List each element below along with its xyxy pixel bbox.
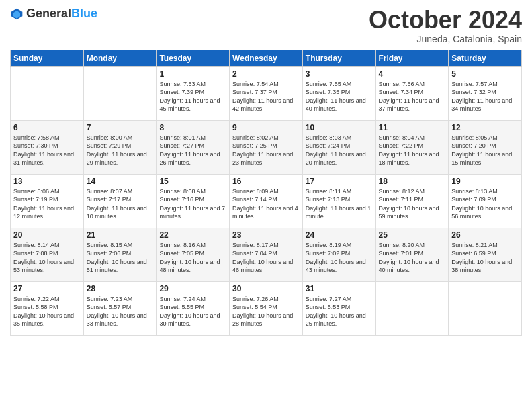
- day-info: Sunrise: 8:01 AM Sunset: 7:27 PM Dayligh…: [159, 134, 226, 167]
- calendar-week-row: 20Sunrise: 8:14 AM Sunset: 7:08 PM Dayli…: [11, 228, 522, 281]
- calendar-cell: 18Sunrise: 8:12 AM Sunset: 7:11 PM Dayli…: [375, 174, 449, 228]
- calendar-cell: 1Sunrise: 7:53 AM Sunset: 7:39 PM Daylig…: [157, 66, 230, 120]
- calendar-cell: 10Sunrise: 8:03 AM Sunset: 7:24 PM Dayli…: [302, 120, 375, 174]
- logo-general: General: [26, 7, 71, 20]
- month-title: October 2024: [369, 7, 522, 34]
- day-info: Sunrise: 8:19 AM Sunset: 7:02 PM Dayligh…: [306, 241, 373, 275]
- col-wednesday: Wednesday: [230, 50, 303, 66]
- day-info: Sunrise: 8:20 AM Sunset: 7:01 PM Dayligh…: [379, 241, 446, 275]
- calendar-cell: 20Sunrise: 8:14 AM Sunset: 7:08 PM Dayli…: [11, 228, 84, 281]
- day-number: 19: [451, 177, 519, 186]
- day-number: 18: [379, 177, 446, 186]
- day-number: 29: [159, 284, 226, 293]
- day-number: 28: [87, 284, 154, 293]
- title-block: October 2024 Juneda, Catalonia, Spain: [369, 7, 522, 44]
- day-info: Sunrise: 8:15 AM Sunset: 7:06 PM Dayligh…: [87, 241, 154, 275]
- calendar-cell: [11, 66, 84, 120]
- day-info: Sunrise: 7:22 AM Sunset: 5:58 PM Dayligh…: [13, 295, 81, 328]
- day-info: Sunrise: 8:21 AM Sunset: 6:59 PM Dayligh…: [451, 241, 519, 275]
- calendar-week-row: 6Sunrise: 7:58 AM Sunset: 7:30 PM Daylig…: [11, 120, 522, 174]
- calendar-week-row: 1Sunrise: 7:53 AM Sunset: 7:39 PM Daylig…: [11, 66, 522, 120]
- col-sunday: Sunday: [11, 50, 84, 66]
- calendar-cell: 6Sunrise: 7:58 AM Sunset: 7:30 PM Daylig…: [11, 120, 84, 174]
- page: GeneralBlue October 2024 Juneda, Catalon…: [0, 0, 532, 411]
- day-info: Sunrise: 7:55 AM Sunset: 7:35 PM Dayligh…: [306, 80, 373, 113]
- calendar-cell: 28Sunrise: 7:23 AM Sunset: 5:57 PM Dayli…: [83, 281, 157, 335]
- calendar-cell: 7Sunrise: 8:00 AM Sunset: 7:29 PM Daylig…: [83, 120, 157, 174]
- day-number: 24: [306, 230, 373, 240]
- day-info: Sunrise: 7:57 AM Sunset: 7:32 PM Dayligh…: [451, 80, 519, 113]
- day-number: 1: [159, 69, 226, 79]
- day-number: 6: [13, 123, 81, 132]
- day-info: Sunrise: 8:00 AM Sunset: 7:29 PM Dayligh…: [87, 134, 154, 167]
- calendar-cell: 2Sunrise: 7:54 AM Sunset: 7:37 PM Daylig…: [230, 66, 303, 120]
- calendar-table: Sunday Monday Tuesday Wednesday Thursday…: [10, 50, 522, 336]
- logo: GeneralBlue: [10, 7, 97, 21]
- day-info: Sunrise: 7:53 AM Sunset: 7:39 PM Dayligh…: [159, 80, 226, 113]
- calendar-cell: 12Sunrise: 8:05 AM Sunset: 7:20 PM Dayli…: [449, 120, 522, 174]
- day-info: Sunrise: 7:23 AM Sunset: 5:57 PM Dayligh…: [87, 295, 154, 328]
- day-info: Sunrise: 8:05 AM Sunset: 7:20 PM Dayligh…: [451, 134, 519, 167]
- day-number: 15: [159, 177, 226, 186]
- calendar-cell: 9Sunrise: 8:02 AM Sunset: 7:25 PM Daylig…: [230, 120, 303, 174]
- calendar-cell: [83, 66, 157, 120]
- day-info: Sunrise: 7:54 AM Sunset: 7:37 PM Dayligh…: [232, 80, 300, 113]
- calendar-cell: 8Sunrise: 8:01 AM Sunset: 7:27 PM Daylig…: [157, 120, 230, 174]
- calendar-cell: 16Sunrise: 8:09 AM Sunset: 7:14 PM Dayli…: [230, 174, 303, 228]
- location: Juneda, Catalonia, Spain: [369, 34, 522, 44]
- calendar-cell: 30Sunrise: 7:26 AM Sunset: 5:54 PM Dayli…: [230, 281, 303, 335]
- day-number: 8: [159, 123, 226, 132]
- day-number: 4: [379, 69, 446, 79]
- day-number: 13: [13, 177, 81, 186]
- day-info: Sunrise: 7:26 AM Sunset: 5:54 PM Dayligh…: [232, 295, 300, 328]
- calendar-cell: 21Sunrise: 8:15 AM Sunset: 7:06 PM Dayli…: [83, 228, 157, 281]
- day-info: Sunrise: 7:58 AM Sunset: 7:30 PM Dayligh…: [13, 134, 81, 167]
- calendar-cell: 11Sunrise: 8:04 AM Sunset: 7:22 PM Dayli…: [375, 120, 449, 174]
- day-number: 17: [306, 177, 373, 186]
- day-number: 27: [13, 284, 81, 293]
- day-number: 31: [306, 284, 373, 293]
- day-number: 9: [232, 123, 300, 132]
- day-info: Sunrise: 7:24 AM Sunset: 5:55 PM Dayligh…: [159, 295, 226, 328]
- header: GeneralBlue October 2024 Juneda, Catalon…: [10, 7, 522, 44]
- day-number: 30: [232, 284, 300, 293]
- calendar-cell: 25Sunrise: 8:20 AM Sunset: 7:01 PM Dayli…: [375, 228, 449, 281]
- day-info: Sunrise: 8:16 AM Sunset: 7:05 PM Dayligh…: [159, 241, 226, 275]
- calendar-cell: 19Sunrise: 8:13 AM Sunset: 7:09 PM Dayli…: [449, 174, 522, 228]
- day-info: Sunrise: 8:06 AM Sunset: 7:19 PM Dayligh…: [13, 187, 81, 221]
- col-friday: Friday: [375, 50, 449, 66]
- day-number: 14: [87, 177, 154, 186]
- calendar-cell: 27Sunrise: 7:22 AM Sunset: 5:58 PM Dayli…: [11, 281, 84, 335]
- col-saturday: Saturday: [449, 50, 522, 66]
- calendar-cell: 4Sunrise: 7:56 AM Sunset: 7:34 PM Daylig…: [375, 66, 449, 120]
- calendar-cell: 17Sunrise: 8:11 AM Sunset: 7:13 PM Dayli…: [302, 174, 375, 228]
- calendar-cell: 24Sunrise: 8:19 AM Sunset: 7:02 PM Dayli…: [302, 228, 375, 281]
- logo-blue: Blue: [71, 7, 97, 20]
- calendar-cell: [449, 281, 522, 335]
- day-info: Sunrise: 8:09 AM Sunset: 7:14 PM Dayligh…: [232, 187, 300, 221]
- calendar-cell: 23Sunrise: 8:17 AM Sunset: 7:04 PM Dayli…: [230, 228, 303, 281]
- calendar-cell: 13Sunrise: 8:06 AM Sunset: 7:19 PM Dayli…: [11, 174, 84, 228]
- day-number: 26: [451, 230, 519, 240]
- calendar-cell: 26Sunrise: 8:21 AM Sunset: 6:59 PM Dayli…: [449, 228, 522, 281]
- day-number: 11: [379, 123, 446, 132]
- calendar-cell: 5Sunrise: 7:57 AM Sunset: 7:32 PM Daylig…: [449, 66, 522, 120]
- day-info: Sunrise: 7:27 AM Sunset: 5:53 PM Dayligh…: [306, 295, 373, 328]
- calendar-header-row: Sunday Monday Tuesday Wednesday Thursday…: [11, 50, 522, 66]
- calendar-cell: 3Sunrise: 7:55 AM Sunset: 7:35 PM Daylig…: [302, 66, 375, 120]
- day-info: Sunrise: 8:14 AM Sunset: 7:08 PM Dayligh…: [13, 241, 81, 275]
- calendar-cell: [375, 281, 449, 335]
- day-info: Sunrise: 8:08 AM Sunset: 7:16 PM Dayligh…: [159, 187, 226, 221]
- col-monday: Monday: [83, 50, 157, 66]
- day-number: 23: [232, 230, 300, 240]
- day-number: 5: [451, 69, 519, 79]
- calendar-cell: 22Sunrise: 8:16 AM Sunset: 7:05 PM Dayli…: [157, 228, 230, 281]
- day-number: 21: [87, 230, 154, 240]
- day-info: Sunrise: 8:12 AM Sunset: 7:11 PM Dayligh…: [379, 187, 446, 221]
- calendar-cell: 29Sunrise: 7:24 AM Sunset: 5:55 PM Dayli…: [157, 281, 230, 335]
- day-info: Sunrise: 7:56 AM Sunset: 7:34 PM Dayligh…: [379, 80, 446, 113]
- day-number: 22: [159, 230, 226, 240]
- day-info: Sunrise: 8:02 AM Sunset: 7:25 PM Dayligh…: [232, 134, 300, 167]
- day-info: Sunrise: 8:04 AM Sunset: 7:22 PM Dayligh…: [379, 134, 446, 167]
- calendar-week-row: 13Sunrise: 8:06 AM Sunset: 7:19 PM Dayli…: [11, 174, 522, 228]
